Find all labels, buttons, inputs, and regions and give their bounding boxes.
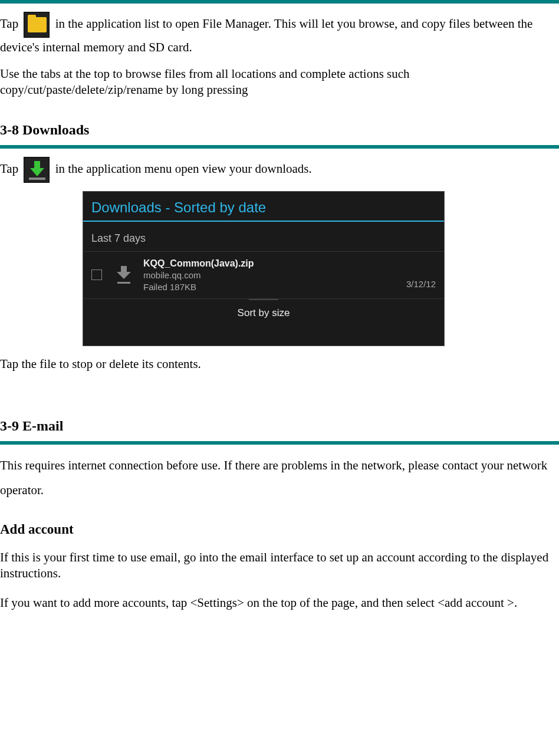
section-divider	[0, 0, 559, 4]
email-intro: This requires internet connection before…	[0, 453, 559, 502]
section-divider	[0, 441, 559, 445]
download-arrow-icon	[115, 266, 133, 284]
text-tap: Tap	[0, 162, 21, 176]
email-first-time: If this is your first time to use email,…	[0, 550, 559, 582]
screenshot-download-row[interactable]: KQQ_Common(Java).zip mobile.qq.com Faile…	[83, 252, 444, 300]
downloads-heading: 3-8 Downloads	[0, 120, 559, 140]
screenshot-title-underline	[83, 221, 444, 222]
file-manager-tabs-text: Use the tabs at the top to browse files …	[0, 66, 559, 98]
downloads-icon	[24, 157, 50, 183]
downloads-screenshot: Downloads - Sorted by date Last 7 days K…	[83, 191, 445, 346]
text-tap-suffix: in the application menu open view your d…	[55, 162, 312, 176]
download-date: 3/12/12	[406, 278, 436, 292]
downloads-post-text: Tap the file to stop or delete its conte…	[0, 354, 559, 374]
download-status: Failed 187KB	[143, 281, 406, 293]
sort-by-size-button[interactable]: Sort by size	[83, 299, 444, 327]
email-more-accounts: If you want to add more accounts, tap <S…	[0, 590, 559, 615]
section-divider	[0, 145, 559, 149]
text-tap: Tap	[0, 17, 21, 31]
text-tap-suffix: in the application list to open File Man…	[0, 17, 532, 54]
downloads-intro: Tap in the application menu open view yo…	[0, 157, 559, 183]
email-heading: 3-9 E-mail	[0, 416, 559, 436]
file-manager-intro: Tap in the application list to open File…	[0, 12, 559, 58]
file-manager-icon	[24, 12, 50, 38]
screenshot-group-label: Last 7 days	[83, 229, 444, 251]
checkbox-icon[interactable]	[91, 269, 102, 280]
download-filename: KQQ_Common(Java).zip	[143, 258, 406, 270]
download-source: mobile.qq.com	[143, 269, 406, 281]
add-account-heading: Add account	[0, 520, 559, 539]
download-info: KQQ_Common(Java).zip mobile.qq.com Faile…	[143, 258, 406, 293]
screenshot-title: Downloads - Sorted by date	[83, 192, 444, 221]
